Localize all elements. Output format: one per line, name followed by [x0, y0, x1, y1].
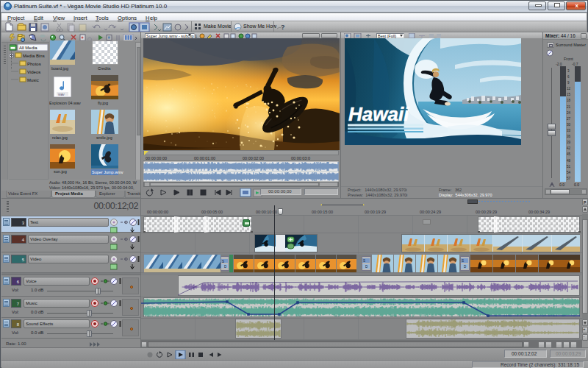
svg-text:Media Bins: Media Bins	[23, 54, 45, 58]
svg-text:Photos: Photos	[27, 62, 41, 66]
svg-text:Videos: Videos	[27, 70, 40, 74]
svg-text:Music: Music	[27, 78, 39, 82]
svg-text:Hawaii: Hawaii	[348, 103, 409, 125]
svg-text:?: ?	[281, 24, 285, 31]
svg-text:WAV: WAV	[58, 93, 65, 96]
svg-text:All Media: All Media	[19, 46, 37, 50]
